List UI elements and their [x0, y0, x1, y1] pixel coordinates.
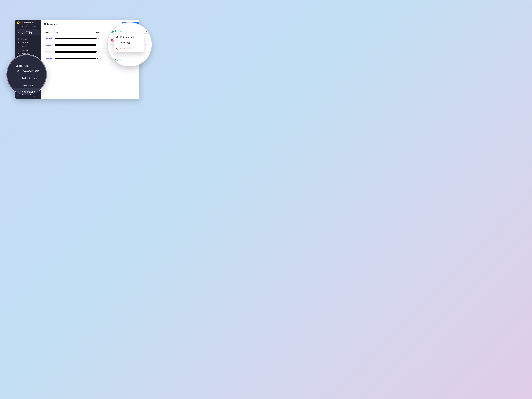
- sliders-icon: [17, 70, 19, 72]
- svg-point-6: [19, 50, 19, 50]
- sidebar-item-transactions[interactable]: Transactions: [16, 41, 41, 44]
- type-badge: Webhook: [45, 57, 53, 60]
- logo-icon: P: [17, 21, 19, 24]
- menu-item-view-logs[interactable]: View logs: [114, 40, 144, 46]
- transactions-icon: [18, 42, 19, 44]
- sidebar-item-customers[interactable]: Customers: [16, 48, 41, 52]
- row-actions-button[interactable]: ⋯: [143, 58, 149, 63]
- status-badge: ✓ Active: [111, 30, 122, 33]
- sidebar-item-notifications[interactable]: Notifications: [22, 90, 35, 93]
- sidebar-item-invoices[interactable]: Invoices: [16, 44, 41, 48]
- type-badge: Webhook: [45, 37, 53, 39]
- overview-icon: [18, 38, 19, 40]
- balance-amount: US$126,643.74: [19, 32, 37, 34]
- url-redacted: [55, 38, 96, 39]
- sidebar-title-col: DX - ChatApp Test michael.mcgovern+dx-ch…: [21, 21, 35, 25]
- type-badge: Webhook: [45, 44, 53, 46]
- customers-icon: [18, 49, 19, 51]
- svg-rect-7: [18, 53, 19, 54]
- zoom-lens-sidebar: …siness Acc… Developer Tools Authenticat…: [6, 54, 47, 95]
- app-name: DX - ChatApp: [21, 21, 31, 23]
- sidebar-nav: Overview Transactions Invoices Customers: [15, 37, 41, 56]
- balance-card: ‹ Balance US$126,643.74 ›: [17, 29, 40, 35]
- page-title: Notifications: [44, 23, 58, 25]
- sidebar-item-label: Customers: [21, 49, 28, 51]
- sidebar-item-overview[interactable]: Overview: [16, 37, 41, 41]
- menu-item-edit-destination[interactable]: Edit destination: [114, 34, 144, 40]
- balance-label: Balance: [19, 30, 37, 32]
- help-icon[interactable]: ?: [17, 95, 19, 97]
- type-badge: Webhook: [45, 51, 53, 53]
- menu-item-label: Edit destination: [120, 36, 136, 38]
- menu-item-label: View logs: [120, 42, 130, 44]
- sandbox-doc-link[interactable]: View sandbox documentation: [15, 25, 41, 28]
- url-redacted: [55, 44, 96, 46]
- sidebar-item-authentication[interactable]: Authentication: [22, 77, 37, 80]
- pencil-icon: [116, 36, 119, 38]
- svg-rect-3: [19, 39, 19, 40]
- svg-point-11: [18, 71, 18, 71]
- power-icon: [116, 47, 119, 50]
- zoom-lens-actions: ✓ Active ⋯ ✕ ⋯ ✓ Active ⋯: [107, 22, 152, 67]
- svg-point-9: [17, 70, 17, 71]
- test-badge: Test: [32, 22, 35, 23]
- chevron-down-icon: ⌄: [38, 53, 39, 55]
- sidebar-header: P DX - ChatApp Test michael.mcgovern+dx-…: [15, 20, 41, 25]
- notification-dot-icon: [34, 96, 35, 97]
- status-badge: ✕: [111, 39, 114, 42]
- sidebar-item-label: …siness Acc…: [14, 64, 30, 67]
- svg-rect-1: [19, 38, 19, 39]
- url-redacted: [55, 58, 96, 59]
- sidebar-item-data-import[interactable]: Data Import: [22, 84, 34, 87]
- svg-rect-0: [18, 38, 18, 39]
- sidebar-item-label: Invoices: [21, 45, 26, 47]
- balance-prev-button[interactable]: ‹: [18, 32, 19, 33]
- row-actions-menu: Edit destination View logs Deactivate: [114, 33, 144, 52]
- col-type: Type: [45, 32, 55, 33]
- sidebar-item-label: Overview: [21, 38, 27, 40]
- account-email: michael.mcgovern+dx-chatap...: [21, 23, 35, 25]
- account-menu-button[interactable]: ⋯: [37, 21, 40, 24]
- menu-item-label: Deactivate: [120, 47, 131, 50]
- col-url: URL: [55, 32, 96, 33]
- sidebar-item-label: Transactions: [21, 42, 29, 44]
- document-icon: [116, 42, 119, 44]
- sidebar-item-developer-tools[interactable]: Developer Tools: [17, 70, 39, 72]
- business-icon: [18, 53, 19, 55]
- sidebar-item-label: Developer Tools: [21, 70, 39, 72]
- invoices-icon: [18, 45, 19, 47]
- url-redacted: [55, 51, 96, 53]
- balance-next-button[interactable]: ›: [37, 32, 39, 33]
- svg-point-13: [18, 70, 19, 70]
- menu-item-deactivate[interactable]: Deactivate: [114, 46, 144, 51]
- svg-rect-2: [18, 39, 18, 40]
- error-icon: ✕: [111, 39, 114, 42]
- row-actions-button[interactable]: ⋯: [143, 29, 149, 34]
- svg-point-5: [18, 50, 19, 50]
